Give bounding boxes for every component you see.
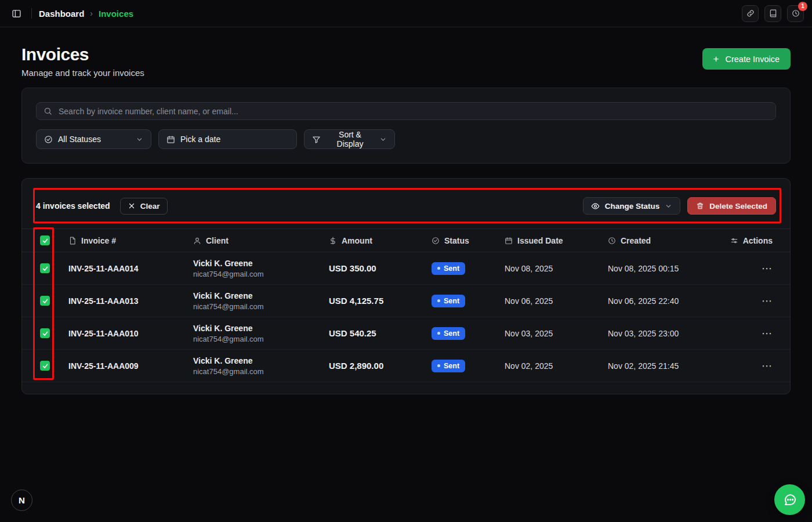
column-header-client: Client <box>193 229 329 252</box>
trash-icon <box>696 202 704 210</box>
clear-label: Clear <box>140 202 160 211</box>
link-icon <box>746 9 755 17</box>
row-actions-button[interactable]: ⋯ <box>762 360 773 372</box>
delete-selected-button[interactable]: Delete Selected <box>687 197 776 215</box>
check-circle-icon <box>44 135 53 144</box>
table-header-row: Invoice # Client Amount <box>22 229 790 252</box>
main-content: Invoices Manage and track your invoices … <box>0 27 812 394</box>
issued-date: Nov 08, 2025 <box>505 264 553 273</box>
change-status-dropdown[interactable]: Change Status <box>583 197 681 215</box>
table-row: INV-25-11-AAA013 Vicki K. Greene nicat75… <box>22 285 790 317</box>
select-all-checkbox[interactable] <box>40 235 50 245</box>
create-invoice-label: Create Invoice <box>726 55 780 64</box>
row-actions-button[interactable]: ⋯ <box>762 262 773 275</box>
table-row: INV-25-11-AAA014 Vicki K. Greene nicat75… <box>22 252 790 285</box>
check-circle-icon <box>432 237 440 245</box>
status-badge: Sent <box>432 295 465 307</box>
search-icon <box>44 107 52 115</box>
column-header-created: Created <box>608 229 724 252</box>
row-checkbox[interactable] <box>40 328 50 338</box>
book-button[interactable] <box>764 5 781 22</box>
invoice-amount: USD 2,890.00 <box>329 361 383 371</box>
selection-count-label: 4 invoices selected <box>36 201 110 211</box>
invoice-amount: USD 350.00 <box>329 263 376 273</box>
row-actions-button[interactable]: ⋯ <box>762 327 773 340</box>
x-icon <box>128 202 135 209</box>
calendar-icon <box>505 237 513 245</box>
client-name: Vicki K. Greene <box>193 356 329 365</box>
column-header-status: Status <box>432 229 505 252</box>
column-header-actions: Actions <box>724 229 790 252</box>
row-actions-button[interactable]: ⋯ <box>762 295 773 307</box>
issued-date: Nov 02, 2025 <box>505 361 553 371</box>
chevron-down-icon <box>665 202 672 210</box>
client-name: Vicki K. Greene <box>193 291 329 300</box>
filters-card: All Statuses Pick a date Sort & Display <box>21 88 791 164</box>
page-subtitle: Manage and track your invoices <box>21 68 144 78</box>
history-button[interactable]: 1 <box>787 5 804 22</box>
invoice-amount: USD 540.25 <box>329 328 376 338</box>
delete-selected-label: Delete Selected <box>709 202 767 211</box>
issued-date: Nov 03, 2025 <box>505 329 553 338</box>
client-name: Vicki K. Greene <box>193 259 329 268</box>
invoice-number: INV-25-11-AAA013 <box>68 296 139 306</box>
date-picker-label: Pick a date <box>180 135 220 144</box>
dollar-icon <box>329 237 337 245</box>
status-filter-dropdown[interactable]: All Statuses <box>36 129 151 149</box>
calendar-icon <box>166 135 175 144</box>
row-checkbox[interactable] <box>40 296 50 306</box>
invoice-amount: USD 4,125.75 <box>329 296 383 306</box>
header-divider <box>31 8 32 19</box>
book-icon <box>769 9 777 17</box>
row-checkbox[interactable] <box>40 361 50 371</box>
table-row: INV-25-11-AAA009 Vicki K. Greene nicat75… <box>22 350 790 382</box>
plus-icon: + <box>713 54 719 64</box>
column-header-invoice: Invoice # <box>68 229 193 252</box>
breadcrumb-dashboard[interactable]: Dashboard <box>39 9 84 19</box>
search-box <box>36 102 776 120</box>
sort-display-dropdown[interactable]: Sort & Display <box>304 129 395 149</box>
file-icon <box>68 237 77 245</box>
invoice-number: INV-25-11-AAA009 <box>68 361 139 371</box>
column-header-issued: Issued Date <box>505 229 608 252</box>
table-row: INV-25-11-AAA010 Vicki K. Greene nicat75… <box>22 317 790 350</box>
chat-icon <box>783 493 797 507</box>
invoices-table-card: 4 invoices selected Clear Change Status <box>21 178 791 394</box>
selection-bar: 4 invoices selected Clear Change Status <box>22 179 790 229</box>
filter-funnel-icon <box>312 135 321 144</box>
client-email: nicat754@gmail.com <box>193 302 329 311</box>
chat-widget-button[interactable] <box>774 484 805 515</box>
page-title: Invoices <box>21 45 144 64</box>
invoice-number: INV-25-11-AAA010 <box>68 329 139 338</box>
breadcrumb-invoices: Invoices <box>99 9 133 19</box>
sort-display-label: Sort & Display <box>326 130 374 148</box>
notification-badge: 1 <box>798 2 807 11</box>
change-status-label: Change Status <box>605 202 660 211</box>
settings-icon <box>730 237 738 245</box>
client-name: Vicki K. Greene <box>193 324 329 333</box>
breadcrumb-separator-icon: › <box>90 9 93 18</box>
created-date: Nov 02, 2025 21:45 <box>608 361 679 371</box>
created-date: Nov 06, 2025 22:40 <box>608 296 679 306</box>
brand-logo-button[interactable]: N <box>11 490 32 511</box>
issued-date: Nov 06, 2025 <box>505 296 553 306</box>
user-icon <box>193 237 201 245</box>
link-button[interactable] <box>742 5 759 22</box>
clear-selection-button[interactable]: Clear <box>120 198 168 215</box>
clock-icon <box>608 237 616 245</box>
top-bar: Dashboard › Invoices 1 <box>0 0 812 27</box>
search-input[interactable] <box>59 107 768 116</box>
panel-left-icon <box>12 9 21 19</box>
create-invoice-button[interactable]: + Create Invoice <box>702 48 791 70</box>
client-email: nicat754@gmail.com <box>193 270 329 278</box>
created-date: Nov 03, 2025 23:00 <box>608 329 679 338</box>
invoice-number: INV-25-11-AAA014 <box>68 264 139 273</box>
status-dot-icon <box>437 267 440 270</box>
row-checkbox[interactable] <box>40 263 50 273</box>
created-date: Nov 08, 2025 00:15 <box>608 264 679 273</box>
breadcrumb: Dashboard › Invoices <box>39 9 133 19</box>
date-picker-button[interactable]: Pick a date <box>158 129 297 149</box>
sidebar-toggle-button[interactable] <box>8 5 24 21</box>
invoices-table: Invoice # Client Amount <box>22 229 790 382</box>
status-badge: Sent <box>432 327 465 340</box>
